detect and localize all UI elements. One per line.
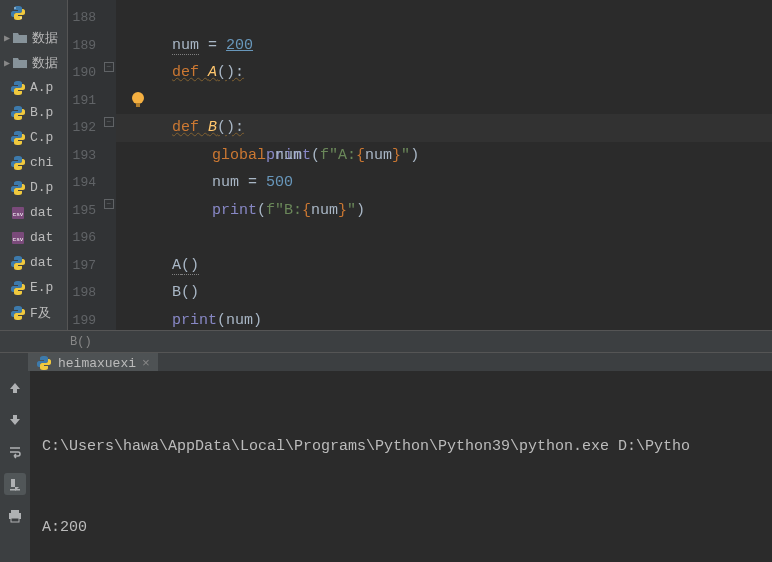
folder-icon [12,30,28,46]
tree-label: chi [30,155,53,170]
breadcrumb-bar[interactable]: B() [0,330,772,352]
line-number: 188 [68,4,96,32]
soft-wrap-icon[interactable] [4,441,26,463]
svg-point-6 [132,92,144,104]
code-line[interactable] [120,4,772,32]
tree-item[interactable]: A.p [0,75,67,100]
code-line[interactable]: num = 200 [120,32,772,60]
fold-marker-icon[interactable]: − [104,62,114,72]
python-icon [10,255,26,271]
code-line[interactable] [120,224,772,252]
close-icon[interactable]: × [142,356,150,371]
tree-item[interactable]: chi [0,150,67,175]
project-tree[interactable]: ▶ 数据 ▶ 数据 A.p B.p C.p chi D.p [0,0,68,330]
python-icon [10,155,26,171]
svg-point-1 [20,17,21,18]
tree-item[interactable]: ▶ 数据 [0,50,67,75]
svg-point-0 [14,7,15,8]
python-icon [10,80,26,96]
tree-item[interactable]: dat [0,250,67,275]
tree-label: dat [30,230,53,245]
chevron-icon: ▶ [4,57,10,69]
code-editor[interactable]: num = 200 def A(): print(f"A:{num}") def… [116,0,772,330]
console-line: A:200 [42,514,760,541]
folder-icon [12,55,28,71]
top-pane: ▶ 数据 ▶ 数据 A.p B.p C.p chi D.p [0,0,772,330]
svg-text:csv: csv [13,211,24,218]
line-number: 189 [68,32,96,60]
line-number: 193 [68,142,96,170]
line-number: 191 [68,87,96,115]
fold-gutter[interactable]: − − − [104,0,116,330]
intention-bulb-icon[interactable] [128,90,148,110]
tree-item[interactable]: E.p [0,275,67,300]
tree-item[interactable]: C.p [0,125,67,150]
scroll-to-end-icon[interactable] [4,473,26,495]
run-tab[interactable]: heimaxuexi × [28,353,158,371]
line-number: 190 [68,59,96,87]
svg-rect-8 [10,489,20,491]
tree-label: E.p [30,280,53,295]
python-icon [10,305,26,321]
line-number: 192 [68,114,96,142]
arrow-up-icon[interactable] [4,377,26,399]
csv-icon: csv [10,205,26,221]
run-toolbar [0,371,30,562]
tree-label: dat [30,205,53,220]
tree-label: dat [30,255,53,270]
code-line[interactable]: num = 500 [120,169,772,197]
tree-label: C.p [30,130,53,145]
run-tab-label: heimaxuexi [58,356,136,371]
tree-item[interactable]: ▶ 数据 [0,25,67,50]
line-number-gutter[interactable]: 188 189 190 191 192 193 194 195 196 197 … [68,0,104,330]
run-content: C:\Users\hawa\AppData\Local\Programs\Pyt… [0,371,772,562]
tree-item[interactable]: F及 [0,300,67,325]
tree-label: B.p [30,105,53,120]
console-output[interactable]: C:\Users\hawa\AppData\Local\Programs\Pyt… [30,371,772,562]
fold-marker-icon[interactable]: − [104,199,114,209]
code-line[interactable]: B() [120,279,772,307]
line-number: 198 [68,279,96,307]
chevron-icon: ▶ [4,32,10,44]
code-line[interactable]: print(num) [120,307,772,331]
code-line[interactable]: A() [120,252,772,280]
run-tab-bar: heimaxuexi × [0,353,772,371]
tree-label: D.p [30,180,53,195]
csv-icon: csv [10,230,26,246]
svg-rect-7 [136,103,140,107]
python-icon [10,280,26,296]
tree-label: F及 [30,304,51,322]
breadcrumb[interactable]: B() [70,335,92,349]
code-line[interactable]: global num [120,142,772,170]
console-command: C:\Users\hawa\AppData\Local\Programs\Pyt… [42,433,760,460]
tree-label: 数据 [32,29,58,47]
tree-item[interactable] [0,0,67,25]
tree-item[interactable]: B.p [0,100,67,125]
line-number: 194 [68,169,96,197]
svg-rect-9 [11,510,19,513]
line-number: 195 [68,197,96,225]
arrow-down-icon[interactable] [4,409,26,431]
svg-rect-11 [11,518,19,522]
run-panel: heimaxuexi × C:\Users\hawa\AppData\Local… [0,352,772,562]
code-line[interactable]: def B(): [120,114,772,142]
python-icon [10,5,26,21]
tree-item[interactable]: D.p [0,175,67,200]
line-number: 197 [68,252,96,280]
python-icon [10,180,26,196]
print-icon[interactable] [4,505,26,527]
tree-item[interactable]: csv dat [0,225,67,250]
tree-label: A.p [30,80,53,95]
tree-item[interactable]: csv dat [0,200,67,225]
python-icon [10,105,26,121]
fold-marker-icon[interactable]: − [104,117,114,127]
code-line[interactable]: print(f"B:{num}") [120,197,772,225]
line-number: 199 [68,307,96,331]
svg-text:csv: csv [13,236,24,243]
code-line[interactable]: print(f"A:{num}") [120,87,772,115]
line-number: 196 [68,224,96,252]
code-line[interactable]: def A(): [120,59,772,87]
python-icon [36,355,52,371]
tree-label: 数据 [32,54,58,72]
python-icon [10,130,26,146]
